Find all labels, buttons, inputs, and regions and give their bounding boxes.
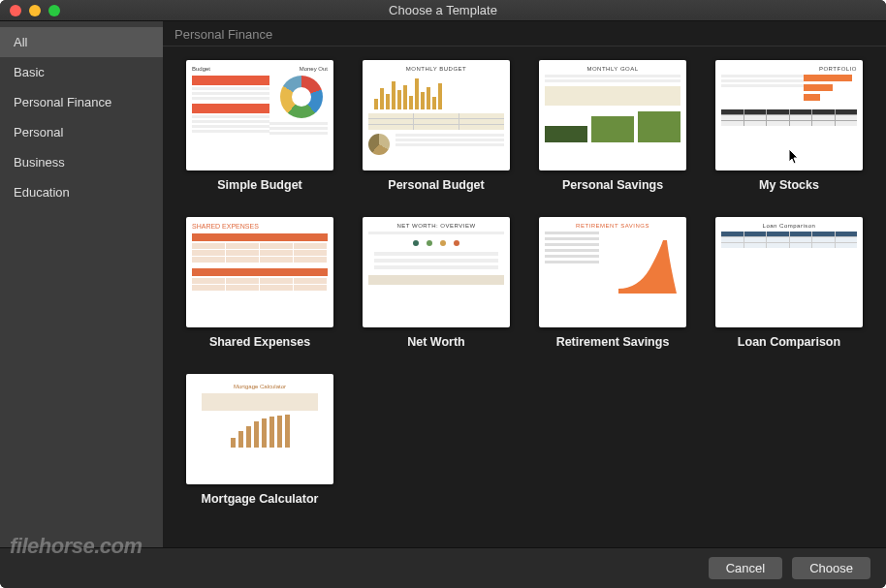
thumb-text: Budget <box>192 66 210 72</box>
area-chart-icon <box>618 240 677 294</box>
template-grid: Budget Money Out <box>186 60 863 506</box>
sidebar-item-personal-finance[interactable]: Personal Finance <box>0 87 163 117</box>
template-net-worth[interactable]: NET WORTH: OVERVIEW Net Worth <box>363 217 510 349</box>
thumb-text: SHARED EXPENSES <box>192 223 328 230</box>
template-personal-savings[interactable]: MONTHLY GOAL Personal Savings <box>539 60 686 192</box>
template-label: Simple Budget <box>217 178 302 192</box>
template-label: Personal Budget <box>388 178 484 192</box>
pie-chart-icon <box>368 134 390 155</box>
titlebar: Choose a Template <box>0 0 886 21</box>
category-sidebar: All Basic Personal Finance Personal Busi… <box>0 21 163 547</box>
close-window-icon[interactable] <box>10 5 21 16</box>
template-label: Net Worth <box>407 335 465 349</box>
section-header: Personal Finance <box>163 21 886 46</box>
sidebar-item-business[interactable]: Business <box>0 147 163 177</box>
table-icon <box>721 232 857 248</box>
template-thumbnail: NET WORTH: OVERVIEW <box>363 217 510 327</box>
template-label: Mortgage Calculator <box>202 492 319 506</box>
template-label: My Stocks <box>759 178 819 192</box>
template-thumbnail: PORTFOLIO <box>715 60 863 170</box>
thumb-text: MONTHLY BUDGET <box>368 66 504 72</box>
thumb-text: NET WORTH: OVERVIEW <box>368 223 504 229</box>
template-thumbnail: Mortgage Calculator <box>186 374 333 484</box>
template-thumbnail: RETIREMENT SAVINGS <box>539 217 686 327</box>
template-label: Retirement Savings <box>556 335 670 349</box>
footer: Cancel Choose <box>0 547 886 588</box>
thumb-text: MONTHLY GOAL <box>545 66 680 72</box>
window-title: Choose a Template <box>0 3 886 17</box>
thumb-text: Mortgage Calculator <box>192 384 328 389</box>
sidebar-item-basic[interactable]: Basic <box>0 57 163 87</box>
template-chooser-window: Choose a Template All Basic Personal Fin… <box>0 0 886 588</box>
template-thumbnail: MONTHLY BUDGET <box>363 60 510 170</box>
template-shared-expenses[interactable]: SHARED EXPENSES Shared Expenses <box>186 217 333 349</box>
choose-button[interactable]: Choose <box>792 557 870 579</box>
sidebar-item-education[interactable]: Education <box>0 177 163 207</box>
thumb-text: Money Out <box>300 66 328 72</box>
template-thumbnail: MONTHLY GOAL <box>539 60 686 170</box>
bar-chart-icon <box>192 415 328 448</box>
thumb-text: RETIREMENT SAVINGS <box>545 223 680 229</box>
template-my-stocks[interactable]: PORTFOLIO <box>715 60 863 192</box>
legend-icon <box>368 240 504 246</box>
minimize-window-icon[interactable] <box>29 5 41 16</box>
template-simple-budget[interactable]: Budget Money Out <box>186 60 333 192</box>
zoom-window-icon[interactable] <box>48 5 60 16</box>
thumb-text: Loan Comparison <box>721 223 857 229</box>
bar-chart-icon <box>721 256 857 294</box>
thumb-text: PORTFOLIO <box>721 66 857 72</box>
donut-chart-icon <box>280 76 323 118</box>
cursor-icon <box>789 149 801 165</box>
template-retirement-savings[interactable]: RETIREMENT SAVINGS Retirement Savings <box>539 217 686 349</box>
sidebar-item-all[interactable]: All <box>0 27 163 57</box>
window-controls <box>0 5 60 16</box>
template-personal-budget[interactable]: MONTHLY BUDGET <box>363 60 510 192</box>
bar-chart-icon <box>374 75 498 109</box>
template-label: Personal Savings <box>562 178 663 192</box>
template-grid-scroll[interactable]: Budget Money Out <box>163 46 886 547</box>
cancel-button[interactable]: Cancel <box>709 557 782 579</box>
template-loan-comparison[interactable]: Loan Comparison <box>715 217 863 349</box>
template-thumbnail: SHARED EXPENSES <box>186 217 333 327</box>
template-label: Shared Expenses <box>209 335 310 349</box>
template-mortgage-calculator[interactable]: Mortgage Calculator Mortgage Calculator <box>186 374 333 506</box>
sidebar-item-personal[interactable]: Personal <box>0 117 163 147</box>
bar-chart-icon <box>804 75 857 104</box>
bar-chart-icon <box>545 109 680 142</box>
template-thumbnail: Budget Money Out <box>186 60 333 170</box>
table-icon <box>721 109 857 126</box>
template-label: Loan Comparison <box>738 335 840 349</box>
template-thumbnail: Loan Comparison <box>715 217 863 327</box>
